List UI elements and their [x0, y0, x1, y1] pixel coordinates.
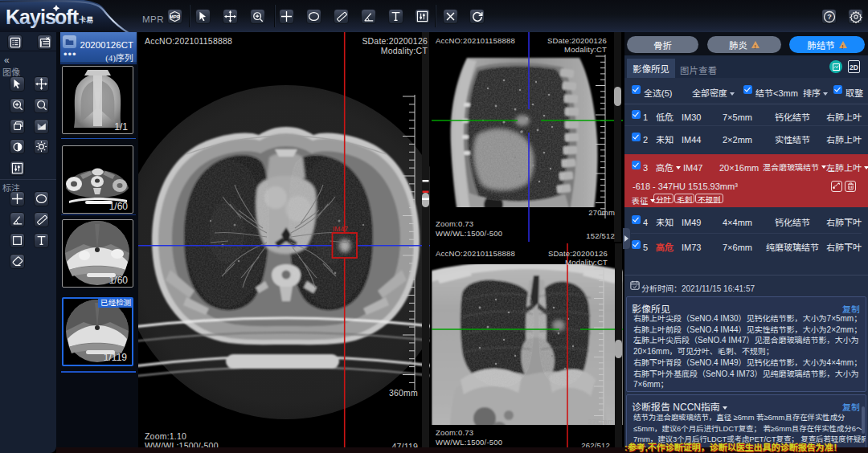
- svg-text:1/1: 1/1: [114, 121, 128, 133]
- svg-text:1/60: 1/60: [109, 275, 129, 286]
- svg-text:卡易: 卡易: [79, 14, 93, 25]
- svg-text:MPR: MPR: [170, 14, 181, 19]
- svg-text:IM47: IM47: [333, 225, 348, 233]
- svg-text:1/60: 1/60: [109, 201, 129, 212]
- svg-text:1/119: 1/119: [104, 352, 127, 363]
- svg-text:?: ?: [827, 13, 832, 21]
- svg-text:Kayisoft: Kayisoft: [6, 6, 80, 28]
